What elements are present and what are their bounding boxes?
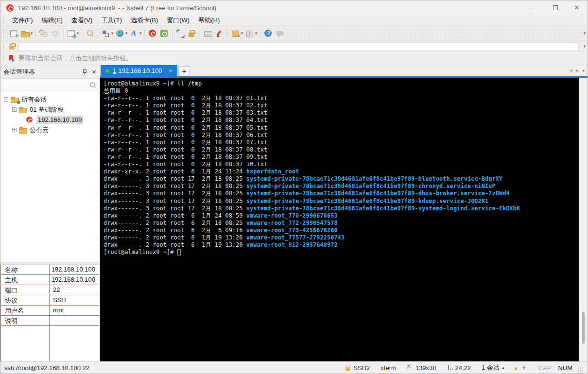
layout-button[interactable]: ▾: [100, 28, 114, 39]
tab-session[interactable]: 1 192.168.10.100 ×: [101, 65, 177, 76]
compose-icon: [215, 29, 225, 38]
toolbar-overflow-icon[interactable]: ▾: [584, 31, 586, 35]
terminal-line: drwx------. 3 root root 17 2月 18 08:25 s…: [104, 183, 579, 190]
scroll-down-icon[interactable]: ▼: [521, 365, 527, 371]
toolbar-separator: [63, 29, 64, 38]
tab-strip: 1 192.168.10.100 × + ◀ ▶ ▾: [100, 65, 588, 78]
terminal-line: -rw-r--r--. 1 root root 0 2月 18 08:37 07…: [104, 139, 579, 146]
minimize-icon: [532, 8, 537, 8]
terminal[interactable]: [root@almalinux9 ~]# ll /tmp 总用量 0 -rw-r…: [100, 78, 579, 361]
menu-item[interactable]: 文件(F): [8, 15, 37, 26]
property-row: 协议 SSH: [1, 295, 99, 306]
menu-grip[interactable]: [3, 17, 5, 24]
toolbar-separator: [82, 29, 82, 38]
chevron-down-icon: ▾: [31, 31, 33, 35]
property-row: 主机 192.168.10.100: [1, 275, 99, 285]
toolbar-grip[interactable]: [3, 28, 5, 39]
terminal-line: drwx------. 3 root root 17 2月 18 08:25 s…: [104, 175, 579, 183]
session-search-input[interactable]: [3, 81, 88, 89]
fullscreen-button[interactable]: [174, 28, 186, 39]
session-count[interactable]: 1 会话 ▴: [482, 363, 504, 372]
num-lock-indicator: NUM: [558, 364, 572, 372]
property-label: 主机: [1, 275, 48, 285]
tile-button[interactable]: ▾: [244, 28, 258, 39]
ssh-lock-icon: [345, 365, 351, 371]
new-session-button[interactable]: [8, 28, 19, 39]
menu-item[interactable]: 选项卡(B): [126, 15, 162, 26]
tab-scroll-right-icon[interactable]: ▶: [576, 68, 579, 73]
new-tab-plus-button[interactable]: +: [178, 66, 190, 76]
maximize-button[interactable]: [545, 0, 566, 15]
terminal-line: -rw-r--r--. 1 root root 0 2月 18 08:37 10…: [104, 161, 579, 168]
minimize-button[interactable]: [523, 0, 545, 15]
chevron-up-icon: ▴: [502, 366, 504, 370]
property-row: 名称 192.168.10.100: [1, 265, 99, 275]
disconnect-button[interactable]: [38, 28, 50, 39]
terminal-size: 139x38: [407, 364, 436, 372]
terminal-line: [root@almalinux9 ~]# ll /tmp: [104, 80, 579, 87]
keyboard-icon: [203, 29, 213, 38]
info-bar: 要添加当前会话，点击左侧的箭头按钮。: [0, 52, 588, 65]
disconnect-icon: [39, 29, 49, 38]
folder-icon: [19, 106, 28, 113]
scrollbar-thumb[interactable]: [582, 312, 585, 344]
tree-item[interactable]: - 所有会话: [0, 94, 99, 104]
scroll-up-icon[interactable]: ▲: [513, 365, 519, 371]
tree-item[interactable]: 192.168.10.100: [0, 115, 99, 125]
resize-icon: [407, 365, 414, 371]
terminal-cursor: [177, 249, 181, 255]
address-dropdown-icon[interactable]: ▾: [584, 44, 586, 49]
menu-item[interactable]: 帮助(H): [194, 15, 224, 26]
terminal-line: drwx------. 2 root root 6 2月 6 09:16 vmw…: [104, 227, 579, 234]
web-button[interactable]: ▾: [114, 28, 128, 39]
session-properties-button[interactable]: ▾: [66, 28, 80, 39]
xftp-button[interactable]: [158, 28, 170, 39]
help-button[interactable]: [262, 28, 274, 39]
session-manager-header: 会话管理器 ×: [0, 65, 99, 79]
new-tab-icon: [231, 29, 241, 38]
chevron-down-icon: ▾: [255, 31, 257, 35]
info-grip[interactable]: [3, 54, 5, 63]
fullscreen-icon: [175, 29, 185, 38]
compose-button[interactable]: [214, 28, 225, 39]
terminal-line: drwx------. 2 root root 6 1月 19 13:20 vm…: [104, 241, 579, 249]
panel-close-icon[interactable]: ×: [92, 68, 96, 75]
tree-item[interactable]: + 公有云: [0, 125, 99, 135]
expander-icon[interactable]: -: [12, 107, 17, 112]
menu-item[interactable]: 窗口(W): [162, 15, 194, 26]
resize-grip[interactable]: [577, 367, 584, 374]
maximize-icon: [553, 5, 558, 10]
new-tab-button[interactable]: ▾: [230, 28, 244, 39]
menu-item[interactable]: 编辑(E): [37, 15, 67, 26]
pin-icon[interactable]: [81, 68, 88, 75]
tile-icon: [245, 29, 255, 38]
tree-item-label: 所有会话: [21, 95, 47, 104]
expander-icon[interactable]: +: [12, 128, 17, 132]
tree-item[interactable]: - 01 基础阶段: [0, 104, 99, 115]
address-input[interactable]: [18, 42, 579, 51]
protocol-status: SSH2: [345, 364, 370, 372]
address-grip[interactable]: [3, 43, 5, 50]
keyboard-button[interactable]: [202, 28, 214, 39]
web-icon: [115, 29, 125, 38]
lock-button[interactable]: [186, 28, 198, 39]
chat-button[interactable]: [274, 28, 286, 39]
tab-list-icon[interactable]: ▾: [583, 68, 585, 73]
terminal-line: -rw-r--r--. 1 root root 0 2月 18 08:37 08…: [104, 146, 579, 153]
tab-scroll-left-icon[interactable]: ◀: [569, 68, 572, 73]
terminal-line: [root@almalinux9 ~]#: [104, 249, 579, 256]
terminal-size-value: 139x38: [415, 364, 436, 372]
menu-item[interactable]: 查看(V): [67, 15, 97, 26]
reconnect-button[interactable]: [50, 28, 61, 39]
open-folder-button[interactable]: ▾: [19, 28, 34, 39]
xshell-button[interactable]: [147, 28, 158, 39]
font-button[interactable]: ▾: [128, 28, 142, 39]
close-button[interactable]: ×: [566, 0, 588, 15]
expander-icon[interactable]: -: [4, 97, 8, 102]
menu-item[interactable]: 工具(T): [97, 15, 126, 26]
find-button[interactable]: [84, 28, 96, 39]
connection-string: ssh://root@192.168.10.100:22: [4, 364, 334, 372]
terminal-scrollbar[interactable]: [579, 78, 588, 361]
tab-close-icon[interactable]: ×: [169, 68, 173, 74]
terminal-type[interactable]: xterm: [380, 364, 397, 372]
